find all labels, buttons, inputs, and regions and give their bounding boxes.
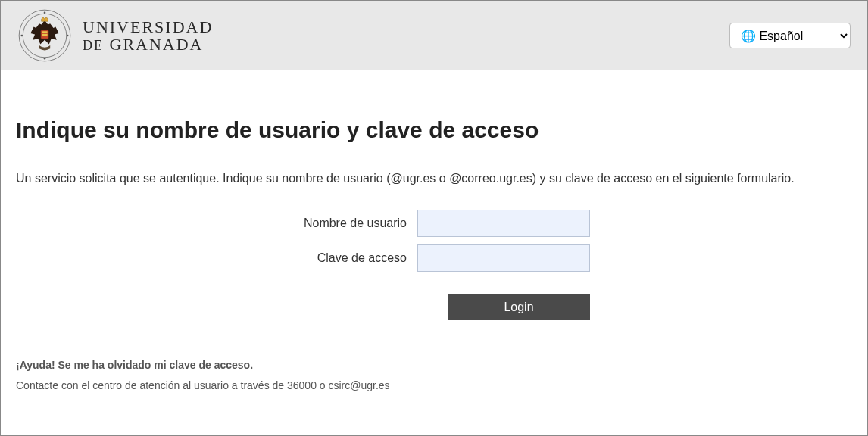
password-label: Clave de acceso xyxy=(16,244,417,272)
contact-info: Contacte con el centro de atención al us… xyxy=(16,379,852,391)
svg-point-2 xyxy=(44,11,46,14)
svg-rect-7 xyxy=(42,31,47,33)
help-block: ¡Ayuda! Se me ha olvidado mi clave de ac… xyxy=(16,358,852,391)
svg-rect-8 xyxy=(42,34,47,36)
svg-point-4 xyxy=(20,35,23,37)
login-button[interactable]: Login xyxy=(448,294,590,320)
university-name: UNIVERSIDAD DE GRANADA xyxy=(83,18,213,53)
university-name-line2: DE GRANADA xyxy=(83,36,213,53)
svg-point-5 xyxy=(67,35,69,37)
svg-point-3 xyxy=(44,58,46,60)
username-label: Nombre de usuario xyxy=(16,210,417,237)
main-content: Indique su nombre de usuario y clave de … xyxy=(1,70,867,406)
forgot-password-link[interactable]: ¡Ayuda! Se me ha olvidado mi clave de ac… xyxy=(16,359,253,371)
page-description: Un servicio solicita que se autentique. … xyxy=(16,172,852,185)
page-title: Indique su nombre de usuario y clave de … xyxy=(16,117,852,143)
university-name-line1: UNIVERSIDAD xyxy=(83,18,213,36)
submit-row: Login xyxy=(16,294,590,320)
login-form: Nombre de usuario Clave de acceso Login xyxy=(16,210,852,320)
password-input[interactable] xyxy=(417,244,590,272)
language-select[interactable]: 🌐 Español xyxy=(729,23,851,48)
username-input[interactable] xyxy=(417,210,590,237)
page-header: UNIVERSIDAD DE GRANADA 🌐 Español xyxy=(1,1,867,70)
university-crest-icon xyxy=(17,8,72,63)
university-logo-block: UNIVERSIDAD DE GRANADA xyxy=(17,8,213,63)
